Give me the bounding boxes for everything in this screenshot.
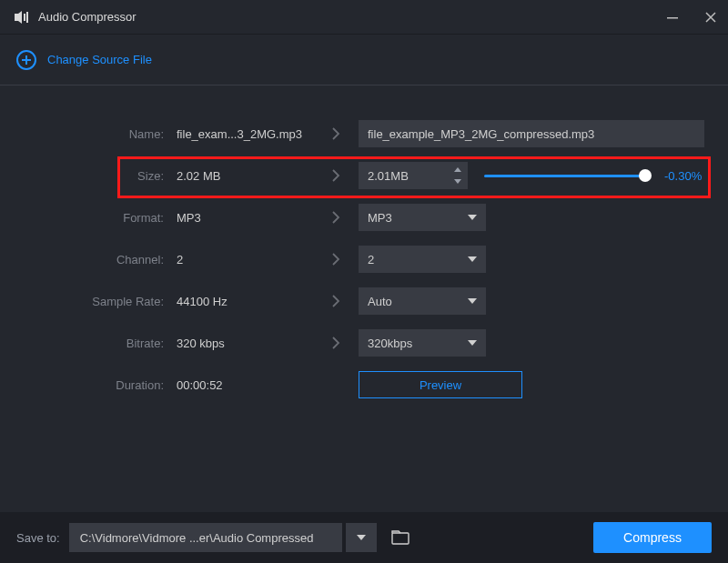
save-path-value: C:\Vidmore\Vidmore ...er\Audio Compresse… [80,531,314,545]
label-format: Format: [18,211,177,225]
format-value: MP3 [368,211,392,225]
original-bitrate: 320 kbps [177,337,331,350]
title-bar: Audio Compressor [0,0,728,35]
window-controls [662,0,721,35]
original-sample-rate: 44100 Hz [177,295,331,308]
format-select[interactable]: MP3 [359,204,486,231]
add-icon[interactable] [16,50,36,70]
channel-value: 2 [368,253,374,266]
close-button[interactable] [701,7,721,27]
open-folder-button[interactable] [389,527,411,548]
chevron-down-icon [468,256,477,262]
change-source-row: Change Source File [0,35,728,85]
label-channel: Channel: [18,253,177,266]
chevron-down-icon [357,535,366,540]
chevron-down-icon [468,215,477,220]
row-duration: Duration: 00:00:52 Preview [18,364,710,406]
label-size: Size: [18,169,177,183]
bitrate-select[interactable]: 320kbps [359,329,486,357]
chevron-down-icon [468,298,477,304]
change-source-link[interactable]: Change Source File [47,53,152,66]
size-percent: -0.30% [664,169,702,183]
minimize-button[interactable] [662,7,682,27]
label-sample-rate: Sample Rate: [18,295,177,308]
row-size: Size: 2.02 MB 2.01MB -0.30% [18,155,710,196]
arrow-icon [331,211,359,224]
original-channel: 2 [177,253,331,266]
label-name: Name: [18,127,177,141]
arrow-icon [331,337,359,349]
target-size-value: 2.01MB [368,169,409,183]
size-slider[interactable] [484,166,648,185]
target-size-input[interactable]: 2.01MB [359,162,468,189]
arrow-icon [331,253,359,266]
save-to-label: Save to: [16,531,60,545]
size-step-down[interactable] [450,176,465,187]
original-name: file_exam...3_2MG.mp3 [177,127,331,141]
label-bitrate: Bitrate: [18,337,177,350]
row-channel: Channel: 2 2 [18,238,710,280]
svg-rect-1 [26,12,28,23]
settings-form: Name: file_exam...3_2MG.mp3 file_example… [0,85,728,406]
sample-rate-select[interactable]: Auto [359,287,486,315]
original-size: 2.02 MB [177,169,331,183]
original-duration: 00:00:52 [177,378,331,392]
arrow-icon [331,127,359,140]
output-name-input[interactable]: file_example_MP3_2MG_compressed.mp3 [359,120,704,147]
save-path-field[interactable]: C:\Vidmore\Vidmore ...er\Audio Compresse… [69,523,342,552]
row-sample-rate: Sample Rate: 44100 Hz Auto [18,280,710,322]
output-name-value: file_example_MP3_2MG_compressed.mp3 [368,127,594,141]
sample-rate-value: Auto [368,295,392,308]
svg-rect-2 [667,17,678,19]
app-icon [13,11,29,24]
footer: Save to: C:\Vidmore\Vidmore ...er\Audio … [0,512,728,563]
slider-thumb[interactable] [639,169,652,182]
label-duration: Duration: [18,378,177,392]
row-bitrate: Bitrate: 320 kbps 320kbps [18,322,710,364]
svg-rect-0 [24,14,25,21]
arrow-icon [331,169,359,182]
window-title: Audio Compressor [38,10,136,24]
chevron-down-icon [468,340,477,346]
bitrate-value: 320kbps [368,337,412,350]
save-path-dropdown[interactable] [346,523,377,552]
channel-select[interactable]: 2 [359,246,486,273]
preview-button[interactable]: Preview [359,371,522,398]
row-name: Name: file_exam...3_2MG.mp3 file_example… [18,113,710,155]
svg-rect-3 [392,533,409,544]
row-format: Format: MP3 MP3 [18,196,710,238]
arrow-icon [331,295,359,307]
size-step-up[interactable] [450,164,465,176]
original-format: MP3 [177,211,331,225]
compress-button[interactable]: Compress [593,522,712,553]
